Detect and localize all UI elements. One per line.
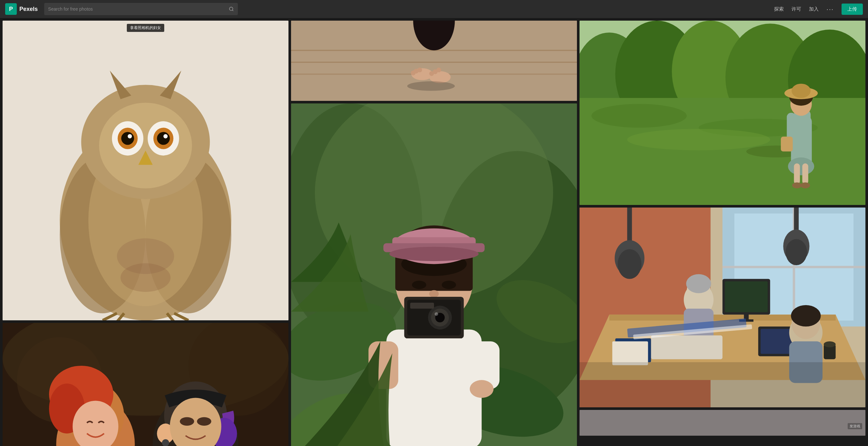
svg-point-115 [792, 182, 802, 188]
svg-line-1 [232, 10, 233, 11]
masonry-container: 拿着照相机的妇女 [3, 21, 865, 446]
svg-point-55 [417, 68, 422, 72]
column-1: 拿着照相机的妇女 [3, 21, 288, 446]
search-button[interactable] [229, 6, 234, 11]
svg-rect-108 [781, 137, 793, 151]
nav-right: 探索 许可 加入 ··· 上传 [774, 4, 863, 15]
nav-join[interactable]: 加入 [809, 6, 818, 12]
svg-point-15 [157, 132, 170, 145]
svg-point-112 [792, 84, 811, 98]
svg-point-126 [618, 249, 642, 279]
svg-point-105 [788, 158, 814, 175]
table-image [291, 21, 577, 101]
photo-woman-camera[interactable] [291, 103, 577, 446]
svg-point-91 [470, 380, 494, 398]
upload-button[interactable]: 上传 [841, 4, 863, 15]
search-icon [229, 6, 234, 11]
svg-point-41 [180, 417, 194, 426]
svg-point-100 [591, 104, 687, 128]
svg-point-12 [128, 134, 132, 138]
photo-top-center[interactable] [291, 21, 577, 101]
svg-point-8 [99, 103, 192, 188]
watermark-text: 发游戏 [848, 423, 862, 429]
photo-field[interactable] [580, 21, 865, 205]
photo-office[interactable] [580, 208, 865, 407]
office-image [580, 208, 865, 407]
svg-point-146 [791, 305, 820, 327]
logo-icon: P [5, 3, 17, 15]
bottom-right-image: 发游戏 [580, 410, 865, 436]
svg-point-102 [627, 129, 770, 150]
column-3: 发游戏 发游戏 [580, 21, 865, 436]
svg-point-16 [163, 134, 167, 138]
nav-explore[interactable]: 探索 [774, 6, 784, 12]
svg-point-78 [412, 281, 426, 289]
svg-rect-88 [410, 303, 434, 309]
watermark: 发游戏 [848, 423, 862, 429]
svg-point-0 [229, 7, 233, 11]
svg-rect-156 [580, 410, 865, 436]
svg-point-142 [686, 274, 711, 293]
couple-image [3, 323, 288, 446]
photo-grid: 拿着照相机的妇女 [0, 18, 868, 446]
svg-point-87 [435, 312, 438, 316]
photo-owl[interactable]: 拿着照相机的妇女 [3, 21, 288, 320]
svg-point-21 [120, 263, 170, 292]
svg-point-58 [436, 68, 441, 72]
navbar: P Pexels 探索 许可 加入 ··· 上传 [0, 0, 868, 18]
svg-point-116 [801, 182, 810, 188]
nav-license[interactable]: 许可 [792, 6, 801, 12]
column-2 [291, 21, 577, 446]
search-bar [44, 3, 238, 15]
logo-text: Pexels [19, 6, 38, 12]
svg-point-42 [197, 417, 211, 426]
svg-point-11 [121, 132, 134, 145]
svg-point-129 [786, 239, 807, 265]
owl-tooltip: 拿着照相机的妇女 [127, 24, 164, 32]
photo-bottom-right[interactable]: 发游戏 发游戏 [580, 410, 865, 436]
svg-rect-114 [802, 163, 808, 184]
svg-point-79 [442, 281, 456, 289]
svg-rect-134 [725, 281, 768, 312]
logo-link[interactable]: P Pexels [5, 3, 38, 15]
owl-image [3, 21, 288, 320]
search-input[interactable] [48, 6, 229, 11]
woman-camera-image [291, 103, 577, 446]
svg-rect-68 [386, 330, 482, 446]
svg-point-77 [390, 247, 479, 261]
svg-rect-152 [580, 362, 865, 407]
field-image [580, 21, 865, 205]
svg-rect-149 [613, 342, 648, 366]
nav-more-button[interactable]: ··· [826, 5, 834, 13]
svg-point-80 [429, 290, 439, 298]
svg-rect-113 [794, 163, 800, 184]
svg-rect-147 [651, 336, 722, 359]
svg-point-59 [407, 81, 455, 91]
svg-point-151 [824, 342, 836, 347]
photo-couple[interactable]: 照片和视频挑战 [3, 323, 288, 446]
